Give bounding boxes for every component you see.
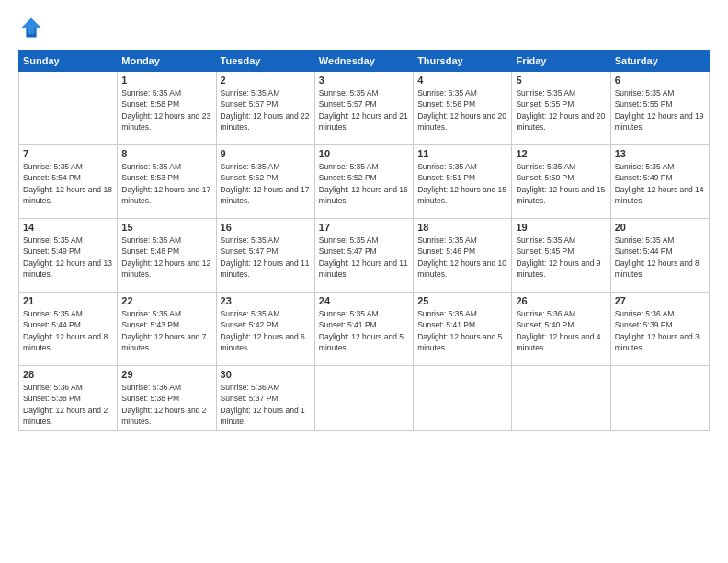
day-number: 21 <box>23 295 113 306</box>
calendar-cell: 2Sunrise: 5:35 AMSunset: 5:57 PMDaylight… <box>216 72 314 145</box>
day-number: 27 <box>615 295 705 306</box>
day-info: Sunrise: 5:35 AMSunset: 5:53 PMDaylight:… <box>121 161 211 206</box>
calendar-cell: 4Sunrise: 5:35 AMSunset: 5:56 PMDaylight… <box>414 72 512 145</box>
week-row-5: 28Sunrise: 5:36 AMSunset: 5:38 PMDayligh… <box>19 366 710 431</box>
weekday-header-monday: Monday <box>118 51 216 72</box>
day-number: 24 <box>319 295 409 306</box>
calendar-cell: 27Sunrise: 5:36 AMSunset: 5:39 PMDayligh… <box>610 293 709 366</box>
calendar-cell: 8Sunrise: 5:35 AMSunset: 5:53 PMDaylight… <box>118 145 216 219</box>
day-number: 17 <box>319 222 409 233</box>
calendar-cell: 7Sunrise: 5:35 AMSunset: 5:54 PMDaylight… <box>19 145 118 219</box>
week-row-2: 7Sunrise: 5:35 AMSunset: 5:54 PMDaylight… <box>19 145 710 219</box>
calendar-cell: 19Sunrise: 5:35 AMSunset: 5:45 PMDayligh… <box>512 219 610 293</box>
logo-icon <box>18 15 44 40</box>
calendar-cell: 13Sunrise: 5:35 AMSunset: 5:49 PMDayligh… <box>610 145 709 219</box>
calendar-cell: 16Sunrise: 5:35 AMSunset: 5:47 PMDayligh… <box>216 219 314 293</box>
calendar-cell: 10Sunrise: 5:35 AMSunset: 5:52 PMDayligh… <box>314 145 413 219</box>
calendar-cell: 30Sunrise: 5:36 AMSunset: 5:37 PMDayligh… <box>216 366 314 431</box>
day-number: 11 <box>417 148 507 159</box>
calendar-cell <box>610 366 709 431</box>
day-info: Sunrise: 5:35 AMSunset: 5:50 PMDaylight:… <box>516 161 606 206</box>
day-info: Sunrise: 5:35 AMSunset: 5:54 PMDaylight:… <box>23 161 113 206</box>
day-info: Sunrise: 5:35 AMSunset: 5:41 PMDaylight:… <box>319 308 409 353</box>
day-number: 20 <box>615 222 705 233</box>
weekday-header-row: SundayMondayTuesdayWednesdayThursdayFrid… <box>19 51 710 72</box>
day-info: Sunrise: 5:36 AMSunset: 5:38 PMDaylight:… <box>121 382 211 427</box>
day-info: Sunrise: 5:35 AMSunset: 5:43 PMDaylight:… <box>121 308 211 353</box>
svg-marker-1 <box>22 18 41 35</box>
day-number: 22 <box>121 295 211 306</box>
day-info: Sunrise: 5:35 AMSunset: 5:51 PMDaylight:… <box>417 161 507 206</box>
calendar-cell: 23Sunrise: 5:35 AMSunset: 5:42 PMDayligh… <box>216 293 314 366</box>
day-number: 3 <box>319 75 409 86</box>
day-number: 1 <box>121 75 211 86</box>
calendar-cell <box>414 366 512 431</box>
day-number: 25 <box>417 295 507 306</box>
day-info: Sunrise: 5:35 AMSunset: 5:45 PMDaylight:… <box>516 235 606 280</box>
day-info: Sunrise: 5:35 AMSunset: 5:57 PMDaylight:… <box>221 87 311 132</box>
day-number: 30 <box>221 369 311 380</box>
weekday-header-tuesday: Tuesday <box>216 51 314 72</box>
day-info: Sunrise: 5:35 AMSunset: 5:55 PMDaylight:… <box>516 87 606 132</box>
calendar-cell <box>19 72 118 145</box>
day-info: Sunrise: 5:35 AMSunset: 5:56 PMDaylight:… <box>417 87 507 132</box>
day-info: Sunrise: 5:35 AMSunset: 5:52 PMDaylight:… <box>319 161 409 206</box>
day-info: Sunrise: 5:35 AMSunset: 5:44 PMDaylight:… <box>23 308 113 353</box>
day-number: 14 <box>23 222 113 233</box>
day-info: Sunrise: 5:36 AMSunset: 5:39 PMDaylight:… <box>615 308 705 353</box>
day-number: 10 <box>319 148 409 159</box>
day-number: 4 <box>417 75 507 86</box>
day-number: 8 <box>121 148 211 159</box>
calendar-cell: 18Sunrise: 5:35 AMSunset: 5:46 PMDayligh… <box>414 219 512 293</box>
day-info: Sunrise: 5:35 AMSunset: 5:44 PMDaylight:… <box>615 235 705 280</box>
weekday-header-sunday: Sunday <box>19 51 118 72</box>
calendar-cell: 11Sunrise: 5:35 AMSunset: 5:51 PMDayligh… <box>414 145 512 219</box>
calendar-cell: 9Sunrise: 5:35 AMSunset: 5:52 PMDaylight… <box>216 145 314 219</box>
day-info: Sunrise: 5:35 AMSunset: 5:47 PMDaylight:… <box>221 235 311 280</box>
weekday-header-friday: Friday <box>512 51 610 72</box>
day-number: 15 <box>121 222 211 233</box>
day-info: Sunrise: 5:35 AMSunset: 5:48 PMDaylight:… <box>121 235 211 280</box>
day-info: Sunrise: 5:35 AMSunset: 5:58 PMDaylight:… <box>121 87 211 132</box>
day-number: 29 <box>121 369 211 380</box>
calendar-cell: 17Sunrise: 5:35 AMSunset: 5:47 PMDayligh… <box>314 219 413 293</box>
day-number: 28 <box>23 369 113 380</box>
day-info: Sunrise: 5:35 AMSunset: 5:57 PMDaylight:… <box>319 87 409 132</box>
calendar-cell: 14Sunrise: 5:35 AMSunset: 5:49 PMDayligh… <box>19 219 118 293</box>
calendar-cell <box>314 366 413 431</box>
calendar-table: SundayMondayTuesdayWednesdayThursdayFrid… <box>18 50 710 431</box>
calendar-cell: 15Sunrise: 5:35 AMSunset: 5:48 PMDayligh… <box>118 219 216 293</box>
day-number: 9 <box>221 148 311 159</box>
calendar-cell: 5Sunrise: 5:35 AMSunset: 5:55 PMDaylight… <box>512 72 610 145</box>
day-number: 12 <box>516 148 606 159</box>
header <box>18 15 710 40</box>
day-info: Sunrise: 5:35 AMSunset: 5:47 PMDaylight:… <box>319 235 409 280</box>
calendar-cell: 25Sunrise: 5:35 AMSunset: 5:41 PMDayligh… <box>414 293 512 366</box>
weekday-header-saturday: Saturday <box>610 51 709 72</box>
calendar-cell: 12Sunrise: 5:35 AMSunset: 5:50 PMDayligh… <box>512 145 610 219</box>
day-number: 26 <box>516 295 606 306</box>
calendar-cell: 24Sunrise: 5:35 AMSunset: 5:41 PMDayligh… <box>314 293 413 366</box>
calendar-page: SundayMondayTuesdayWednesdayThursdayFrid… <box>0 0 728 563</box>
calendar-cell: 20Sunrise: 5:35 AMSunset: 5:44 PMDayligh… <box>610 219 709 293</box>
day-number: 13 <box>615 148 705 159</box>
day-info: Sunrise: 5:35 AMSunset: 5:52 PMDaylight:… <box>221 161 311 206</box>
weekday-header-thursday: Thursday <box>414 51 512 72</box>
calendar-cell: 29Sunrise: 5:36 AMSunset: 5:38 PMDayligh… <box>118 366 216 431</box>
day-info: Sunrise: 5:35 AMSunset: 5:46 PMDaylight:… <box>417 235 507 280</box>
day-info: Sunrise: 5:35 AMSunset: 5:55 PMDaylight:… <box>615 87 705 132</box>
calendar-cell: 1Sunrise: 5:35 AMSunset: 5:58 PMDaylight… <box>118 72 216 145</box>
calendar-cell: 28Sunrise: 5:36 AMSunset: 5:38 PMDayligh… <box>19 366 118 431</box>
calendar-cell <box>512 366 610 431</box>
day-info: Sunrise: 5:36 AMSunset: 5:38 PMDaylight:… <box>23 382 113 427</box>
day-info: Sunrise: 5:35 AMSunset: 5:49 PMDaylight:… <box>23 235 113 280</box>
day-number: 6 <box>615 75 705 86</box>
day-info: Sunrise: 5:36 AMSunset: 5:40 PMDaylight:… <box>516 308 606 353</box>
day-info: Sunrise: 5:36 AMSunset: 5:37 PMDaylight:… <box>221 382 311 427</box>
week-row-3: 14Sunrise: 5:35 AMSunset: 5:49 PMDayligh… <box>19 219 710 293</box>
calendar-cell: 21Sunrise: 5:35 AMSunset: 5:44 PMDayligh… <box>19 293 118 366</box>
day-info: Sunrise: 5:35 AMSunset: 5:49 PMDaylight:… <box>615 161 705 206</box>
day-number: 16 <box>221 222 311 233</box>
calendar-cell: 6Sunrise: 5:35 AMSunset: 5:55 PMDaylight… <box>610 72 709 145</box>
day-number: 5 <box>516 75 606 86</box>
